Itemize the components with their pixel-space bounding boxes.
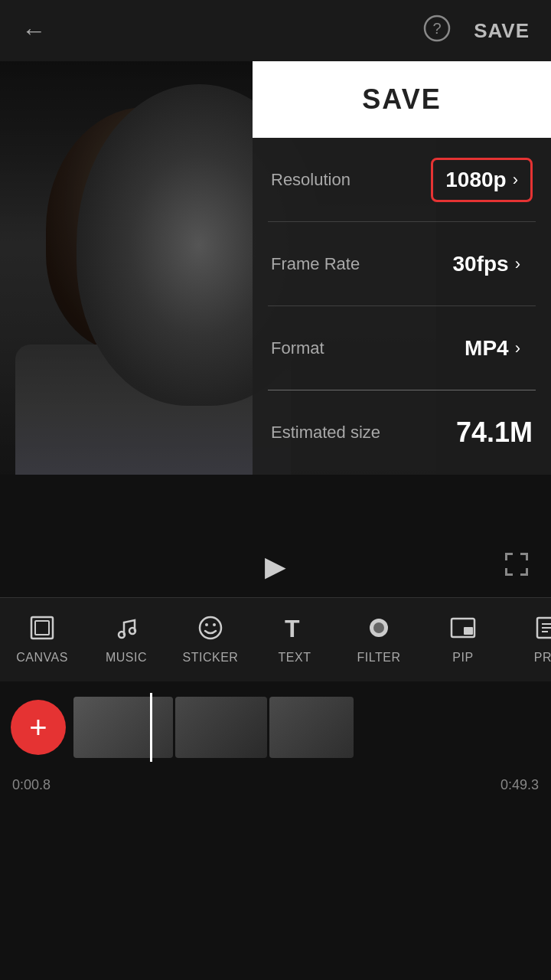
text-icon: T [282,615,308,646]
svg-point-15 [205,623,208,626]
save-panel-title: SAVE [362,83,441,116]
format-chevron-icon: › [515,338,520,358]
toolbar-text[interactable]: T TEXT [253,598,337,681]
filter-label: FILTER [357,651,401,665]
music-label: MUSIC [106,651,147,665]
pip-label: PIP [452,651,473,665]
svg-point-12 [119,632,125,638]
format-row[interactable]: Format MP4 › [253,306,551,390]
top-bar-right: ? SAVE [423,15,530,47]
svg-rect-21 [464,627,473,635]
text-label: TEXT [279,651,311,665]
music-icon [113,615,139,646]
add-clip-button[interactable]: + [11,700,66,755]
toolbar-music[interactable]: MUSIC [84,598,168,681]
framerate-chevron-icon: › [515,254,520,274]
timeline-clip-2[interactable] [175,697,267,758]
svg-text:T: T [285,615,300,641]
format-label: Format [271,338,324,358]
framerate-value: 30fps [453,252,509,276]
timeline-area: + [0,681,551,773]
save-panel: SAVE Resolution 1080p › Frame Rate 30fps… [253,61,551,521]
svg-text:?: ? [433,20,442,37]
filter-icon [366,615,392,646]
pre-icon [534,615,551,646]
bottom-toolbar: CANVAS MUSIC STICKER T T [0,597,551,681]
play-controls: ▶ [0,536,551,597]
save-options: Resolution 1080p › Frame Rate 30fps › Fo… [253,138,551,521]
framerate-row[interactable]: Frame Rate 30fps › [253,222,551,306]
svg-rect-3 [505,553,507,560]
framerate-label: Frame Rate [271,254,360,274]
estimated-size-row: Estimated size 74.1M [253,390,551,475]
fullscreen-button[interactable] [504,551,530,583]
toolbar-filter[interactable]: FILTER [337,598,421,681]
toolbar-sticker[interactable]: STICKER [168,598,253,681]
svg-rect-11 [35,621,49,635]
play-button[interactable]: ▶ [265,550,286,583]
estimated-size-value: 74.1M [456,416,533,449]
resolution-value-btn[interactable]: 1080p › [431,158,533,202]
video-area: SAVE Resolution 1080p › Frame Rate 30fps… [0,61,551,536]
svg-rect-9 [526,568,528,576]
sticker-label: STICKER [183,651,239,665]
timeline-clip-1[interactable] [73,697,173,758]
resolution-row[interactable]: Resolution 1080p › [253,138,551,222]
timeline-clips [73,693,551,762]
framerate-value-btn[interactable]: 30fps › [441,244,533,284]
resolution-chevron-icon: › [513,170,518,190]
toolbar-pip[interactable]: PIP [421,598,505,681]
add-icon: + [29,712,47,743]
video-black-bottom [0,475,551,536]
svg-rect-5 [526,553,528,560]
timeline-clip-3[interactable] [269,697,354,758]
time-end: 0:49.3 [500,777,539,793]
svg-point-19 [373,622,384,633]
resolution-label: Resolution [271,170,350,190]
format-value: MP4 [465,336,509,361]
sticker-icon [197,615,223,646]
resolution-value: 1080p [445,168,506,192]
pip-icon [450,615,476,646]
help-button[interactable]: ? [423,15,451,47]
timeline-time-bar: 0:00.8 0:49.3 [0,773,551,796]
format-value-btn[interactable]: MP4 › [452,328,533,368]
save-panel-header: SAVE [253,61,551,138]
svg-rect-7 [505,568,507,576]
pre-label: PRE [534,651,551,665]
timeline-playhead [150,693,152,762]
svg-point-14 [200,617,221,639]
top-bar: ← ? SAVE [0,0,551,61]
svg-point-13 [129,628,135,634]
canvas-label: CANVAS [16,651,68,665]
back-button[interactable]: ← [21,17,46,45]
toolbar-canvas[interactable]: CANVAS [0,598,84,681]
time-start: 0:00.8 [12,777,51,793]
canvas-icon [29,615,55,646]
estimated-size-label: Estimated size [271,423,380,443]
toolbar-pre[interactable]: PRE [505,598,551,681]
save-header-button[interactable]: SAVE [474,19,530,43]
svg-point-16 [213,623,216,626]
